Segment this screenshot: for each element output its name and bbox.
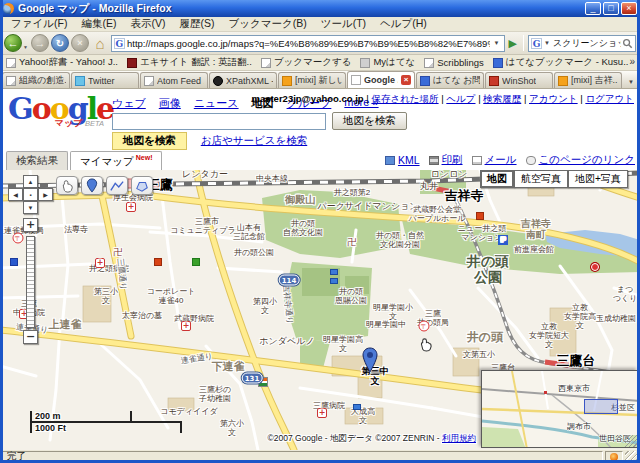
close-button[interactable]: × — [621, 2, 637, 15]
services-nav-link[interactable]: ニュース — [194, 96, 239, 111]
search-engine-icon[interactable]: G — [531, 38, 542, 49]
url-input[interactable] — [125, 38, 492, 49]
line-tool-button[interactable] — [106, 176, 128, 195]
web-search-input[interactable] — [552, 38, 622, 48]
search-mode-tab[interactable]: お店やサービスを検索 — [187, 132, 321, 150]
browser-tab[interactable]: はてな お問い.. — [416, 72, 484, 88]
pan-center-button[interactable]: ▪ — [23, 188, 38, 201]
minimap-viewport-rect[interactable] — [584, 399, 618, 414]
back-dropdown-icon[interactable]: ▼ — [23, 44, 28, 50]
browser-tab[interactable]: Google ..× — [347, 71, 415, 88]
terms-link[interactable]: 利用規約 — [442, 433, 476, 443]
bookmark-item[interactable]: エキサイト 翻訳 : 英語翻.. — [127, 56, 252, 69]
action-link[interactable]: このページのリンク — [526, 153, 635, 167]
browser-tab[interactable]: Twitter — [71, 72, 139, 88]
url-bar[interactable]: G ▼ — [111, 35, 505, 52]
title-bar[interactable]: Google マップ - Mozilla Firefox _ □ × — [0, 0, 640, 17]
map-label: 立教 女学院短大 文 — [529, 323, 569, 350]
pan-right-button[interactable]: ▶ — [38, 188, 53, 201]
minimap-resize-grip[interactable] — [625, 435, 637, 447]
panel-tab[interactable]: 検索結果 — [6, 151, 68, 170]
pan-left-button[interactable]: ◀ — [8, 188, 23, 201]
pan-up-button[interactable]: ▲ — [23, 175, 38, 188]
hatena-b-icon — [493, 58, 503, 68]
back-button[interactable]: ← — [4, 34, 22, 52]
update-indicator[interactable] — [605, 451, 623, 462]
bookmark-item[interactable]: Myはてな — [360, 56, 415, 69]
map-canvas[interactable]: レンタカーロンロン三鷹中央本線丸井吉祥寺御殿山井之頭第2パークサイドマンション武… — [0, 170, 640, 450]
shape-tool-button[interactable] — [131, 176, 153, 195]
reload-button[interactable]: ↻ — [51, 34, 69, 52]
minimize-button[interactable]: _ — [585, 2, 601, 15]
logo-letter: o — [32, 91, 50, 126]
menu-item[interactable]: ブックマーク(B) — [221, 17, 313, 31]
web-search-box[interactable]: G ▼ — [528, 35, 636, 52]
tab-list-dropdown-icon[interactable]: ▼ — [628, 79, 638, 88]
map-type-button[interactable]: 地図 — [480, 170, 514, 188]
action-label[interactable]: KML — [398, 154, 420, 166]
menu-item[interactable]: 表示(V) — [123, 17, 172, 31]
overview-minimap[interactable]: 西東京市杉並区調布市世田谷区 — [481, 370, 638, 448]
services-nav-link[interactable]: ウェブ — [112, 96, 146, 111]
panel-tab[interactable]: マイマップNew! — [70, 151, 162, 171]
post-icon: 〒 — [13, 233, 24, 244]
bookmark-item[interactable]: Yahoo!辞書 - Yahoo! J.. — [6, 56, 118, 69]
action-label[interactable]: 印刷 — [442, 153, 463, 167]
menu-item[interactable]: ヘルプ(H) — [373, 17, 434, 31]
bookmark-item[interactable]: はてなブックマーク - Kusu.. — [493, 56, 629, 69]
browser-tab[interactable]: XPathXML -.. — [209, 72, 277, 88]
maps-search-input[interactable] — [112, 113, 326, 130]
menu-item[interactable]: 編集(E) — [74, 17, 123, 31]
account-link[interactable]: 検索履歴 — [483, 93, 521, 104]
maximize-button[interactable]: □ — [603, 2, 619, 15]
action-link[interactable]: 印刷 — [429, 153, 463, 167]
busB-icon — [353, 404, 361, 410]
search-mode-tab[interactable]: 地図を検索 — [112, 132, 187, 150]
browser-tab[interactable]: WinShot — [485, 72, 553, 88]
bookmark-label: エキサイト 翻訳 : 英語翻.. — [140, 56, 252, 69]
map-type-button[interactable]: 航空写真 — [514, 170, 568, 188]
maps-search-button[interactable]: 地図を検索 — [332, 112, 407, 130]
account-link[interactable]: ヘルプ — [446, 93, 475, 104]
account-email: master23jp@yahoo.co.jp — [251, 93, 363, 104]
services-nav-link[interactable]: 画像 — [159, 96, 181, 111]
engine-dropdown-icon[interactable]: ▼ — [542, 40, 552, 46]
map-type-button[interactable]: 地図+写真 — [568, 170, 628, 188]
placemark-tool-button[interactable] — [81, 176, 103, 195]
stop-button[interactable]: × — [71, 34, 89, 52]
action-link[interactable]: メール — [472, 153, 517, 167]
mail-icon — [472, 156, 482, 165]
browser-tab[interactable]: 組織の創造.. — [2, 72, 70, 88]
action-label[interactable]: メール — [485, 153, 517, 167]
zoom-out-button[interactable]: − — [23, 330, 38, 344]
action-label[interactable]: このページのリンク — [539, 153, 635, 167]
url-dropdown-icon[interactable]: ▼ — [492, 40, 502, 46]
account-link[interactable]: ログアウト — [585, 93, 634, 104]
menu-item[interactable]: ファイル(F) — [4, 17, 74, 31]
map-label: 井の頭・自然 文化園分園 — [376, 232, 424, 250]
action-link[interactable]: KML — [385, 154, 420, 166]
tab-close-button[interactable]: × — [401, 75, 411, 85]
bookmark-item[interactable]: Scribblings — [424, 57, 483, 68]
account-link[interactable]: 保存された場所 — [371, 93, 438, 104]
browser-tab[interactable]: Atom Feed .. — [140, 72, 208, 88]
home-button[interactable]: ⌂ — [91, 34, 109, 52]
hand-tool-button[interactable] — [56, 176, 78, 195]
bookmark-item[interactable]: ブックマークする — [261, 56, 352, 69]
window-resize-grip[interactable] — [625, 451, 638, 462]
forward-button[interactable]: → — [31, 34, 49, 52]
zoom-in-button[interactable]: + — [23, 218, 38, 232]
firefox-update-icon — [610, 453, 618, 461]
zoom-slider[interactable] — [26, 236, 35, 328]
pan-down-button[interactable]: ▼ — [23, 201, 38, 214]
browser-tab[interactable]: [mixi] 新しい.. — [278, 72, 346, 88]
go-button[interactable]: ▶ — [507, 37, 519, 50]
account-link[interactable]: アカウント — [529, 93, 578, 104]
map-label: ロンロン — [431, 170, 468, 179]
menu-item[interactable]: ツール(T) — [314, 17, 373, 31]
browser-tab[interactable]: [mixi] 吉祥.. — [554, 72, 622, 88]
bookmarks-overflow-button[interactable]: » — [629, 56, 635, 67]
result-marker[interactable] — [362, 347, 386, 379]
search-icon[interactable] — [622, 38, 633, 49]
menu-item[interactable]: 履歴(S) — [172, 17, 221, 31]
